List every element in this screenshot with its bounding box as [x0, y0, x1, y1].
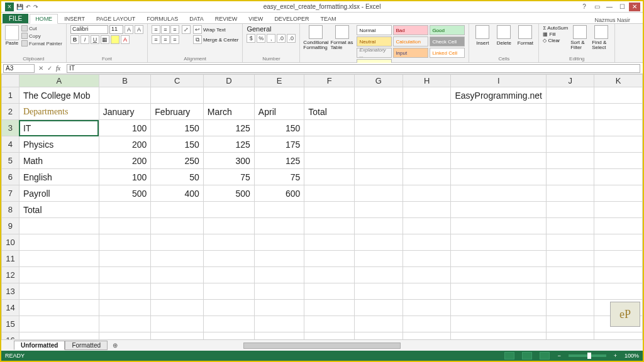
cell-D9[interactable] — [203, 218, 254, 234]
cell-D3[interactable]: 125 — [203, 120, 254, 136]
cell-F8[interactable] — [304, 202, 355, 218]
row-header-13[interactable]: 13 — [2, 283, 19, 300]
cell-I9[interactable] — [451, 218, 547, 234]
cell-C4[interactable]: 150 — [151, 136, 204, 153]
cell-J8[interactable] — [547, 202, 594, 218]
col-header-C[interactable]: C — [151, 75, 204, 87]
normal-view-button[interactable] — [504, 352, 514, 359]
cell-D2[interactable]: March — [203, 104, 254, 120]
cell-C1[interactable] — [151, 87, 204, 104]
cell-H9[interactable] — [402, 218, 451, 234]
cell-G6[interactable] — [354, 169, 402, 185]
enter-formula-icon[interactable]: ✓ — [47, 65, 52, 72]
cell-H3[interactable] — [402, 120, 451, 136]
zoom-level[interactable]: 100% — [625, 353, 639, 359]
cell-G8[interactable] — [354, 202, 402, 218]
row-header-7[interactable]: 7 — [2, 185, 19, 202]
cell-A2[interactable]: Departments — [19, 104, 99, 120]
row-header-14[interactable]: 14 — [2, 300, 19, 316]
align-middle-button[interactable]: ≡ — [161, 25, 170, 34]
cell-J11[interactable] — [547, 251, 594, 267]
tab-review[interactable]: REVIEW — [210, 14, 243, 23]
cell-B12[interactable] — [99, 267, 151, 283]
cell-A13[interactable] — [19, 283, 99, 300]
cell-B15[interactable] — [99, 316, 151, 332]
cell-B1[interactable] — [99, 87, 151, 104]
zoom-out-button[interactable]: − — [557, 353, 560, 359]
cell-K12[interactable] — [594, 267, 643, 283]
sheet-tab-formatted[interactable]: Formatted — [65, 341, 108, 350]
align-top-button[interactable]: ≡ — [152, 25, 160, 34]
cell-G1[interactable] — [354, 87, 402, 104]
style-neutral[interactable]: Neutral — [357, 36, 392, 47]
row-header-15[interactable]: 15 — [2, 316, 19, 332]
cell-E6[interactable]: 75 — [254, 169, 304, 185]
cell-A4[interactable]: Physics — [19, 136, 99, 153]
cell-J1[interactable] — [547, 87, 594, 104]
cell-A11[interactable] — [19, 251, 99, 267]
cell-K11[interactable] — [594, 251, 643, 267]
sheet-tab-unformatted[interactable]: Unformatted — [14, 341, 65, 350]
formula-bar[interactable]: IT — [67, 64, 640, 73]
cell-C10[interactable] — [151, 234, 204, 251]
col-header-J[interactable]: J — [547, 75, 594, 87]
name-box[interactable]: A3 — [3, 64, 35, 73]
find-select-button[interactable]: Find & Select — [592, 25, 611, 50]
row-header-5[interactable]: 5 — [2, 153, 19, 169]
minimize-button[interactable]: — — [604, 3, 615, 11]
col-header-G[interactable]: G — [354, 75, 402, 87]
col-header-E[interactable]: E — [254, 75, 304, 87]
cell-C15[interactable] — [151, 316, 204, 332]
cell-I10[interactable] — [451, 234, 547, 251]
italic-button[interactable]: I — [80, 35, 89, 44]
wrap-text-button[interactable]: ↩Wrap Text — [193, 25, 238, 34]
cell-H8[interactable] — [402, 202, 451, 218]
cell-H2[interactable] — [402, 104, 451, 120]
copy-button[interactable]: Copy — [21, 33, 62, 39]
cell-C9[interactable] — [151, 218, 204, 234]
cell-G11[interactable] — [354, 251, 402, 267]
cell-K8[interactable] — [594, 202, 643, 218]
cell-K7[interactable] — [594, 185, 643, 202]
cell-D11[interactable] — [203, 251, 254, 267]
cell-E14[interactable] — [254, 300, 304, 316]
col-header-F[interactable]: F — [304, 75, 355, 87]
cell-D13[interactable] — [203, 283, 254, 300]
page-layout-view-button[interactable] — [522, 352, 532, 359]
cell-J12[interactable] — [547, 267, 594, 283]
cell-B11[interactable] — [99, 251, 151, 267]
zoom-slider[interactable] — [569, 354, 606, 357]
cell-A5[interactable]: Math — [19, 153, 99, 169]
cell-I16[interactable] — [451, 332, 547, 340]
cell-H13[interactable] — [402, 283, 451, 300]
cell-G10[interactable] — [354, 234, 402, 251]
cell-B7[interactable]: 500 — [99, 185, 151, 202]
cell-I7[interactable] — [451, 185, 547, 202]
style-normal[interactable]: Normal — [357, 25, 392, 35]
cell-I14[interactable] — [451, 300, 547, 316]
align-right-button[interactable]: ≡ — [170, 35, 179, 44]
tab-view[interactable]: VIEW — [243, 14, 268, 23]
cell-C11[interactable] — [151, 251, 204, 267]
cut-button[interactable]: Cut — [21, 25, 62, 31]
maximize-button[interactable]: ☐ — [616, 3, 628, 11]
cell-G15[interactable] — [354, 316, 402, 332]
style-good[interactable]: Good — [430, 25, 465, 35]
cell-J9[interactable] — [547, 218, 594, 234]
cell-I1[interactable]: EasyProgramming.net — [451, 87, 547, 104]
cell-G9[interactable] — [354, 218, 402, 234]
cell-A16[interactable] — [19, 332, 99, 340]
cell-F4[interactable] — [304, 136, 355, 153]
cell-B13[interactable] — [99, 283, 151, 300]
cell-E16[interactable] — [254, 332, 304, 340]
ribbon-options-icon[interactable]: ▭ — [591, 3, 602, 11]
cell-B2[interactable]: January — [99, 104, 151, 120]
row-header-1[interactable]: 1 — [2, 87, 19, 104]
help-icon[interactable]: ? — [579, 3, 590, 11]
decrease-decimal-button[interactable]: .0 — [287, 34, 296, 43]
tab-insert[interactable]: INSERT — [59, 14, 90, 23]
tab-team[interactable]: Team — [315, 14, 341, 23]
cell-E11[interactable] — [254, 251, 304, 267]
tab-formulas[interactable]: FORMULAS — [142, 14, 183, 23]
insert-cells-button[interactable]: Insert — [473, 25, 492, 46]
